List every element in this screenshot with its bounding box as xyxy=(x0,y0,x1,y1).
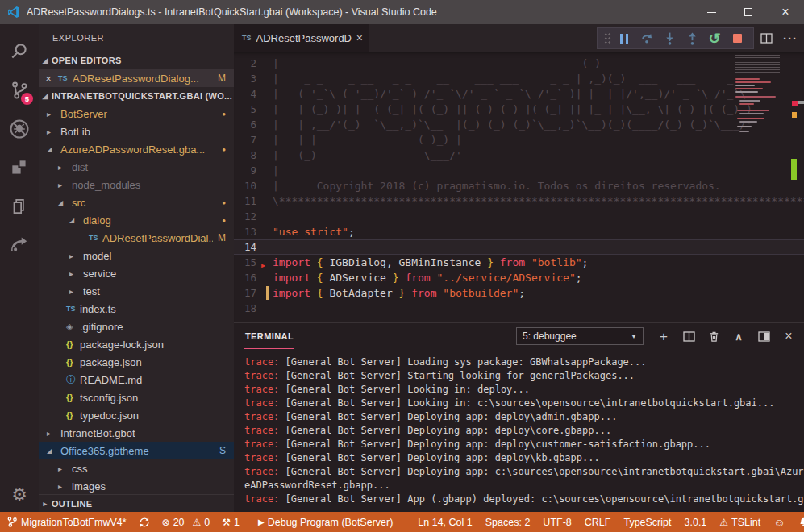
ts-version-item[interactable]: 3.0.1 xyxy=(685,517,707,528)
step-out-button[interactable] xyxy=(681,28,703,48)
pause-button[interactable] xyxy=(613,28,635,48)
feedback-smiley-icon[interactable]: ☺ xyxy=(773,516,785,529)
split-editor-icon[interactable] xyxy=(759,31,773,45)
new-terminal-icon[interactable]: + xyxy=(656,329,671,343)
tree-item-botserver[interactable]: ▸BotServer● xyxy=(39,105,234,123)
tree-item-adresetpassworddial-[interactable]: TSADResetPasswordDial...M xyxy=(39,229,234,247)
tree-item-label: service xyxy=(83,268,234,280)
open-editor-item[interactable]: × TS ADResetPasswordDialog... M xyxy=(39,69,234,87)
settings-gear-icon[interactable]: ⚙ xyxy=(0,484,39,505)
tree-item-dialog[interactable]: ◢dialog● xyxy=(39,211,234,229)
tree-item-tsconfig-json[interactable]: {}tsconfig.json xyxy=(39,389,234,406)
share-arrow-icon[interactable] xyxy=(0,226,39,264)
eol-item[interactable]: CRLF xyxy=(585,517,611,528)
json-file-icon: {} xyxy=(66,357,80,367)
code-line-8[interactable]: 8| (_) \___/' xyxy=(234,148,804,163)
tab-adresetpassworddialogs[interactable]: TS ADResetPasswordDialogs.ts × xyxy=(234,24,369,52)
code-line-6[interactable]: 6| | ,__/'(_) `\__,_)`\__ |(_) (_) (_)`\… xyxy=(234,117,804,132)
cursor-position-item[interactable]: Ln 14, Col 1 xyxy=(418,517,472,528)
terminal-output[interactable]: trace: [General Bot Server] Loading sys … xyxy=(234,349,804,512)
code-line-4[interactable]: 4| ( '_`\ ( '__)/'_` ) /'_ `\/' _ ` _ `\… xyxy=(234,86,804,102)
code-line-5[interactable]: 5| | (_) )| | ( (_| |( (_) || ( ) ( ) |(… xyxy=(234,102,804,117)
tree-item-index-ts[interactable]: TSindex.ts xyxy=(39,300,234,318)
tree-item-src[interactable]: ◢src● xyxy=(39,193,234,211)
line-number: 11 xyxy=(234,193,266,209)
tree-item-package-lock-json[interactable]: {}package-lock.json xyxy=(39,335,234,353)
gutter-glyph xyxy=(266,117,273,132)
tree-item-readme-md[interactable]: ⓘREADME.md xyxy=(39,371,234,389)
tree-item-model[interactable]: ▸model xyxy=(39,247,234,264)
drag-handle-icon[interactable] xyxy=(604,32,611,44)
outline-header[interactable]: ▸ OUTLINE xyxy=(39,494,234,512)
step-into-button[interactable] xyxy=(658,28,681,48)
close-panel-icon[interactable]: × xyxy=(781,329,796,343)
chevron-right-icon: ▸ xyxy=(58,464,72,473)
tree-item-azureadpasswordreset-gba-[interactable]: ◢AzureADPasswordReset.gba...● xyxy=(39,140,234,158)
code-line-3[interactable]: 3| _ _ _ __ _ _ __ ___ ___ _ _ | ,_)(_) … xyxy=(234,71,804,86)
workspace-header[interactable]: ◢ INTRANETBOTQUICKSTART.GBAI (WO... xyxy=(39,87,234,105)
move-panel-icon[interactable] xyxy=(756,329,771,343)
source-control-icon[interactable]: 5 xyxy=(0,71,39,110)
gutter-glyph xyxy=(266,86,273,102)
sync-item[interactable] xyxy=(139,517,150,528)
minimize-button[interactable] xyxy=(693,0,730,24)
tree-item-node-modules[interactable]: ▸node_modules xyxy=(39,176,234,193)
language-item[interactable]: TypeScript xyxy=(623,517,671,528)
tree-item-botlib[interactable]: ▸BotLib xyxy=(39,123,234,140)
extensions-icon[interactable] xyxy=(0,148,39,187)
tree-item-typedoc-json[interactable]: {}typedoc.json xyxy=(39,406,234,424)
step-over-button[interactable] xyxy=(635,28,658,48)
close-editor-icon[interactable]: × xyxy=(39,73,58,85)
pages-icon[interactable] xyxy=(0,187,39,226)
tree-item-test[interactable]: ▸test xyxy=(39,282,234,300)
code-line-11[interactable]: 11\*************************************… xyxy=(234,193,804,209)
tree-item-label: package-lock.json xyxy=(80,339,234,351)
maximize-panel-icon[interactable]: ∧ xyxy=(731,329,746,343)
code-line-10[interactable]: 10| Copyright 2018 (c) pragmatismo.io. T… xyxy=(234,178,804,193)
tree-item-service[interactable]: ▸service xyxy=(39,264,234,282)
overview-ruler[interactable] xyxy=(786,52,804,322)
code-line-17[interactable]: 17import { BotAdapter } from "botbuilder… xyxy=(234,285,804,301)
code-line-13[interactable]: 13"use strict"; xyxy=(234,224,804,239)
tree-item-dist[interactable]: ▸dist xyxy=(39,158,234,176)
maximize-button[interactable] xyxy=(730,0,767,24)
chevron-right-icon: ▸ xyxy=(69,269,83,278)
tasks-item[interactable]: ⚒ 1 xyxy=(222,517,240,528)
tab-terminal[interactable]: TERMINAL xyxy=(244,323,294,349)
code-line-12[interactable]: 12 xyxy=(234,209,804,224)
more-actions-icon[interactable]: ··· xyxy=(783,31,798,45)
terminal-select[interactable]: 5: debuggee ▼ xyxy=(516,327,644,345)
debug-status-item[interactable]: ▶ Debug Program (BotServer) xyxy=(258,517,393,528)
indentation-item[interactable]: Spaces: 2 xyxy=(485,517,531,528)
close-button[interactable]: × xyxy=(767,0,804,24)
code-line-14[interactable]: 14 xyxy=(234,239,804,255)
tree-item-images[interactable]: ▸images xyxy=(39,477,234,494)
close-tab-icon[interactable]: × xyxy=(356,31,363,44)
stop-button[interactable] xyxy=(726,28,748,48)
tslint-item[interactable]: ⚠ TSLint xyxy=(719,517,760,528)
git-file-icon: ◈ xyxy=(66,322,80,332)
code-line-15[interactable]: 15import { IGBDialog, GBMinInstance } fr… xyxy=(234,255,804,270)
code-line-18[interactable]: 18 xyxy=(234,301,804,316)
code-editor[interactable]: 2| ( )_ _3| _ _ _ __ _ _ __ ___ ___ _ _ … xyxy=(234,52,804,322)
code-line-16[interactable]: 16import { ADService } from "../service/… xyxy=(234,270,804,285)
tree-item-css[interactable]: ▸css xyxy=(39,459,234,477)
tree-item-intranetbot-gbot[interactable]: ▸IntranetBot.gbot xyxy=(39,424,234,442)
restart-button[interactable]: ↺ xyxy=(703,28,726,48)
git-branch-item[interactable]: MigrationToBotFmwV4* xyxy=(6,516,127,528)
tree-item--gitignore[interactable]: ◈.gitignore xyxy=(39,318,234,335)
tree-item-office365-gbtheme[interactable]: ◢Office365.gbthemeS xyxy=(39,442,234,459)
search-icon[interactable] xyxy=(0,32,39,71)
minimap[interactable] xyxy=(733,52,786,193)
problems-item[interactable]: ⊗ 20 ⚠ 0 xyxy=(162,517,210,528)
split-terminal-icon[interactable] xyxy=(681,329,696,343)
code-line-7[interactable]: 7| | | ( )_) | xyxy=(234,132,804,148)
open-editors-header[interactable]: ◢ OPEN EDITORS xyxy=(39,52,234,69)
code-line-2[interactable]: 2| ( )_ _ xyxy=(234,56,804,71)
notifications-bell-icon[interactable] xyxy=(798,517,804,528)
code-line-9[interactable]: 9| xyxy=(234,163,804,178)
tree-item-package-json[interactable]: {}package.json xyxy=(39,353,234,371)
kill-terminal-icon[interactable] xyxy=(706,329,721,343)
encoding-item[interactable]: UTF-8 xyxy=(543,517,571,528)
debug-disabled-icon[interactable] xyxy=(0,110,39,148)
